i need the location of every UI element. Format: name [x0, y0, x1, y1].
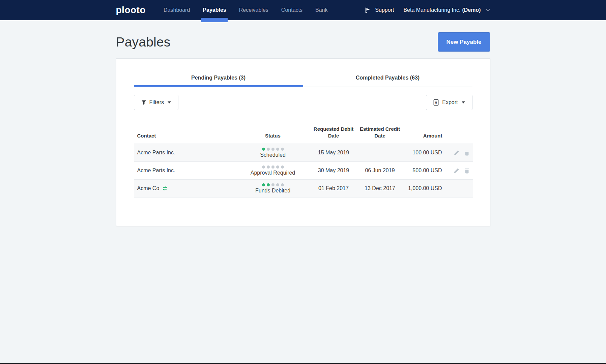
requested-debit-date: 30 May 2019 [311, 162, 356, 180]
column-header-estimated-credit-date: Estimated Credit Date [356, 126, 404, 144]
status-progress-dots [235, 183, 311, 186]
status-progress-dots [235, 148, 311, 151]
column-header-actions [442, 126, 473, 144]
account-name: Beta Manufacturing Inc. [403, 7, 460, 13]
nav-item-label: Dashboard [164, 7, 190, 13]
column-header-requested-debit-date: Requested Debit Date [311, 126, 356, 144]
tab-completed-payables[interactable]: Completed Payables (63) [303, 75, 472, 87]
status-dot [271, 148, 275, 151]
filters-label: Filters [149, 99, 164, 105]
estimated-credit-date: 06 Jun 2019 [356, 162, 404, 180]
chevron-down-icon [485, 8, 490, 12]
filters-button[interactable]: Filters [134, 95, 179, 110]
nav-item-bank[interactable]: Bank [309, 0, 334, 20]
nav-item-label: Receivables [239, 7, 268, 13]
requested-debit-date: 01 Feb 2017 [311, 180, 356, 198]
status-dot [262, 183, 265, 186]
status-dot [267, 165, 270, 169]
column-header-contact: Contact [134, 126, 235, 144]
status-dot [267, 183, 270, 186]
table-row[interactable]: Acme Parts Inc. Scheduled 15 May 2019 10… [134, 144, 473, 162]
status-dot [271, 165, 275, 169]
caret-down-icon [462, 101, 465, 103]
payables-card: Pending Payables (3) Completed Payables … [116, 58, 490, 226]
payables-table-body: Acme Parts Inc. Scheduled 15 May 2019 10… [134, 144, 473, 198]
edit-icon[interactable] [453, 168, 460, 174]
contact-name: Acme Parts Inc. [137, 150, 175, 156]
status-dot [267, 148, 270, 151]
excel-file-icon: x [433, 99, 439, 106]
nav-item-label: Bank [315, 7, 327, 13]
payables-tabs: Pending Payables (3) Completed Payables … [134, 75, 472, 87]
amount: 1,000.00 USD [404, 180, 442, 198]
status-label: Approval Required [235, 170, 311, 176]
column-header-status: Status [235, 126, 311, 144]
status-dot [276, 183, 279, 186]
nav-item-label: Contacts [281, 7, 302, 13]
recurring-icon [162, 186, 168, 191]
contact-name: Acme Parts Inc. [137, 168, 175, 174]
megaphone-icon [364, 7, 372, 14]
table-row[interactable]: Acme Parts Inc. Approval Required 30 May… [134, 162, 473, 180]
status-dot [276, 148, 279, 151]
nav-item-receivables[interactable]: Receivables [233, 0, 275, 20]
support-label: Support [375, 7, 394, 13]
plooto-logo[interactable]: plooto [116, 5, 146, 16]
account-switcher[interactable]: Beta Manufacturing Inc. (Demo) [403, 7, 490, 13]
estimated-credit-date: 13 Dec 2017 [356, 180, 404, 198]
support-link[interactable]: Support [364, 7, 394, 14]
estimated-credit-date [356, 144, 404, 162]
svg-text:x: x [435, 101, 437, 105]
delete-icon[interactable] [464, 168, 470, 174]
table-row[interactable]: Acme Co Funds Debited 01 Feb 2017 13 Dec… [134, 180, 473, 198]
nav-item-label: Payables [203, 7, 226, 13]
nav-item-contacts[interactable]: Contacts [275, 0, 309, 20]
caret-down-icon [168, 101, 171, 103]
account-demo-badge: (Demo) [462, 7, 481, 13]
status-progress-dots [235, 165, 311, 169]
amount: 100.00 USD [404, 144, 442, 162]
new-payable-button[interactable]: New Payable [438, 32, 490, 52]
status-dot [276, 165, 279, 169]
edit-icon[interactable] [453, 150, 460, 156]
requested-debit-date: 15 May 2019 [311, 144, 356, 162]
top-navbar: plooto DashboardPayablesReceivablesConta… [0, 0, 606, 20]
status-dot [262, 165, 265, 169]
nav-item-dashboard[interactable]: Dashboard [157, 0, 196, 20]
status-dot [281, 165, 284, 169]
contact-name: Acme Co [137, 185, 160, 191]
main-nav: DashboardPayablesReceivablesContactsBank [157, 0, 334, 20]
filter-funnel-icon [141, 100, 146, 105]
status-dot [262, 148, 265, 151]
export-label: Export [442, 99, 458, 105]
column-header-amount: Amount [404, 126, 442, 144]
export-button[interactable]: x Export [426, 95, 472, 110]
delete-icon[interactable] [464, 150, 470, 156]
payables-table: Contact Status Requested Debit Date Esti… [134, 126, 473, 198]
status-label: Scheduled [235, 152, 311, 158]
nav-item-payables[interactable]: Payables [196, 0, 232, 20]
status-dot [271, 183, 275, 186]
amount: 500.00 USD [404, 162, 442, 180]
status-label: Funds Debited [235, 188, 311, 194]
status-dot [281, 148, 284, 151]
status-dot [281, 183, 284, 186]
tab-pending-payables[interactable]: Pending Payables (3) [134, 75, 303, 87]
page-title: Payables [116, 35, 171, 50]
